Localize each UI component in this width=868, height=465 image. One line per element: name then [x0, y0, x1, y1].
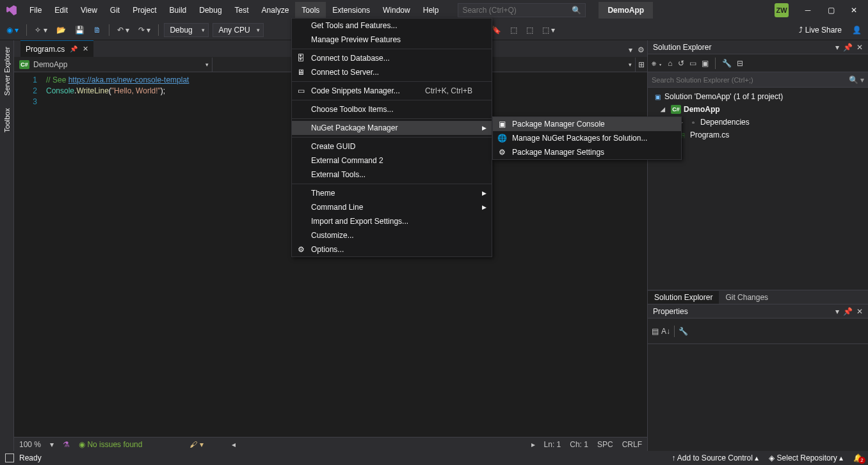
split-icon[interactable]: ⊞	[636, 58, 647, 72]
config-combo[interactable]: Debug	[164, 23, 209, 37]
submenu-item-manage-nuget-packages-for-solution-[interactable]: 🌐Manage NuGet Packages for Solution...	[493, 131, 681, 145]
menu-item-external-tools-[interactable]: External Tools...	[292, 168, 492, 182]
solution-search[interactable]: 🔍 ▾	[648, 72, 868, 88]
menu-tools[interactable]: Tools	[295, 2, 326, 19]
right-panel-tabs: Solution Explorer Git Changes	[648, 290, 868, 304]
bookmark4-icon[interactable]: ⬚ ▾	[540, 23, 558, 37]
panel-dropdown-icon[interactable]: ▾	[835, 307, 839, 316]
menu-window[interactable]: Window	[376, 2, 417, 19]
save-all-button[interactable]: 🗎	[91, 23, 104, 37]
panel-close-icon[interactable]: ✕	[856, 43, 863, 52]
se-more-icon[interactable]: ⊟	[737, 59, 743, 68]
user-avatar[interactable]: ZW	[775, 3, 789, 17]
menu-project[interactable]: Project	[126, 2, 163, 19]
menu-item-choose-toolbox-items-[interactable]: Choose Toolbox Items...	[292, 102, 492, 116]
indent-mode[interactable]: SPC	[597, 440, 613, 449]
search-input[interactable]	[462, 6, 572, 15]
live-share-button[interactable]: ⤴ Live Share	[795, 26, 846, 35]
status-box-icon[interactable]	[5, 453, 14, 462]
tab-settings-icon[interactable]: ⚙	[635, 43, 647, 57]
menu-test[interactable]: Test	[229, 2, 255, 19]
tab-dropdown-icon[interactable]: ▾	[626, 43, 635, 57]
submenu-item-package-manager-settings[interactable]: ⚙Package Manager Settings	[493, 145, 681, 159]
menu-item-nuget-package-manager[interactable]: NuGet Package Manager▶	[292, 121, 492, 135]
menu-item-command-line[interactable]: Command Line▶	[292, 200, 492, 214]
open-button[interactable]: 📂	[54, 23, 68, 37]
props-wrench-icon[interactable]: 🔧	[679, 327, 688, 336]
menu-item-code-snippets-manager-[interactable]: ▭Code Snippets Manager...Ctrl+K, Ctrl+B	[292, 84, 492, 98]
menu-debug[interactable]: Debug	[193, 2, 228, 19]
se-home2-icon[interactable]: ⌂	[668, 59, 672, 68]
menu-item-options-[interactable]: ⚙Options...	[292, 242, 492, 256]
menu-extensions[interactable]: Extensions	[326, 2, 376, 19]
menu-item-manage-preview-features[interactable]: Manage Preview Features	[292, 33, 492, 47]
menu-item-customize-[interactable]: Customize...	[292, 228, 492, 242]
menu-file[interactable]: File	[23, 2, 48, 19]
platform-combo[interactable]: Any CPU	[213, 23, 263, 37]
expand-icon[interactable]: ◢	[661, 106, 668, 113]
add-source-control[interactable]: ↑ Add to Source Control ▴	[671, 453, 759, 462]
minimize-button[interactable]: ─	[796, 1, 819, 19]
zoom-level[interactable]: 100 %	[19, 440, 41, 449]
feedback-icon[interactable]: 👤	[849, 23, 864, 37]
save-button[interactable]: 💾	[72, 23, 87, 37]
db-icon: 🗄	[296, 54, 306, 63]
code-content[interactable]: // See https://aka.ms/new-console-templa…	[46, 72, 189, 437]
close-button[interactable]: ✕	[842, 1, 865, 19]
tree-project[interactable]: ◢ C# DemoApp	[648, 103, 868, 116]
menu-item-import-and-export-settings-[interactable]: Import and Export Settings...	[292, 214, 492, 228]
maximize-button[interactable]: ▢	[819, 1, 842, 19]
bookmark3-icon[interactable]: ⬚	[524, 23, 536, 37]
new-item-button[interactable]: ✧ ▾	[32, 23, 49, 37]
menu-item-connect-to-database-[interactable]: 🗄Connect to Database...	[292, 51, 492, 65]
menu-item-external-command-[interactable]: External Command 2	[292, 154, 492, 168]
search-box[interactable]: 🔍	[458, 3, 586, 17]
redo-button[interactable]: ↷ ▾	[136, 23, 153, 37]
menu-build[interactable]: Build	[163, 2, 193, 19]
tab-git-changes[interactable]: Git Changes	[719, 291, 775, 304]
se-showall-icon[interactable]: ▣	[702, 59, 709, 68]
panel-pin-icon[interactable]: 📌	[843, 307, 853, 316]
panel-close-icon[interactable]: ✕	[856, 307, 863, 316]
select-repository[interactable]: ◈ Select Repository ▴	[769, 453, 843, 462]
se-wrench-icon[interactable]: 🔧	[722, 59, 732, 68]
menu-item-theme[interactable]: Theme▶	[292, 186, 492, 200]
tree-solution-root[interactable]: ▣ Solution 'DemoApp' (1 of 1 project)	[648, 90, 868, 103]
menu-item-get-tools-and-features-[interactable]: Get Tools and Features...	[292, 19, 492, 33]
se-collapse-icon[interactable]: ▭	[689, 59, 696, 68]
nav-scope-combo[interactable]: C# DemoApp	[14, 58, 213, 72]
panel-pin-icon[interactable]: 📌	[843, 43, 853, 52]
scroll-right-icon[interactable]: ▸	[531, 440, 535, 449]
pkg-icon: 🌐	[497, 134, 507, 143]
menu-view[interactable]: View	[74, 2, 104, 19]
tab-program-cs[interactable]: Program.cs 📌 ✕	[20, 40, 93, 57]
tab-server-explorer[interactable]: Server Explorer	[2, 40, 12, 102]
se-sync-icon[interactable]: ↺	[678, 59, 684, 68]
issues-status[interactable]: ◉ No issues found	[79, 440, 142, 449]
menu-item-connect-to-server-[interactable]: 🖥Connect to Server...	[292, 65, 492, 79]
alpha-sort-icon[interactable]: A↓	[661, 327, 670, 336]
menu-edit[interactable]: Edit	[48, 2, 74, 19]
nav-back-button[interactable]: ◉ ▾	[4, 23, 21, 37]
eol-mode[interactable]: CRLF	[622, 440, 642, 449]
undo-button[interactable]: ↶ ▾	[115, 23, 132, 37]
brush-icon[interactable]: 🖌 ▾	[189, 440, 203, 449]
solution-search-input[interactable]	[652, 76, 849, 84]
tab-solution-explorer[interactable]: Solution Explorer	[648, 291, 719, 304]
pin-icon[interactable]: 📌	[70, 45, 77, 52]
menu-item-label: Command Line	[311, 203, 363, 212]
notifications-icon[interactable]: 🔔	[853, 453, 863, 462]
menu-item-create-guid[interactable]: Create GUID	[292, 139, 492, 154]
menu-help[interactable]: Help	[417, 2, 446, 19]
submenu-item-package-manager-console[interactable]: ▣Package Manager Console	[493, 117, 681, 131]
tab-toolbox[interactable]: Toolbox	[2, 102, 12, 139]
menu-git[interactable]: Git	[104, 2, 126, 19]
categorize-icon[interactable]: ▤	[652, 327, 659, 336]
se-home-icon[interactable]: ⎈ ▾	[652, 59, 663, 68]
scroll-left-icon[interactable]: ◂	[232, 440, 236, 449]
panel-dropdown-icon[interactable]: ▾	[835, 43, 839, 52]
zoom-dropdown-icon[interactable]: ▾	[50, 440, 54, 449]
menu-analyze[interactable]: Analyze	[255, 2, 296, 19]
close-tab-icon[interactable]: ✕	[83, 45, 88, 53]
bookmark2-icon[interactable]: ⬚	[508, 23, 520, 37]
